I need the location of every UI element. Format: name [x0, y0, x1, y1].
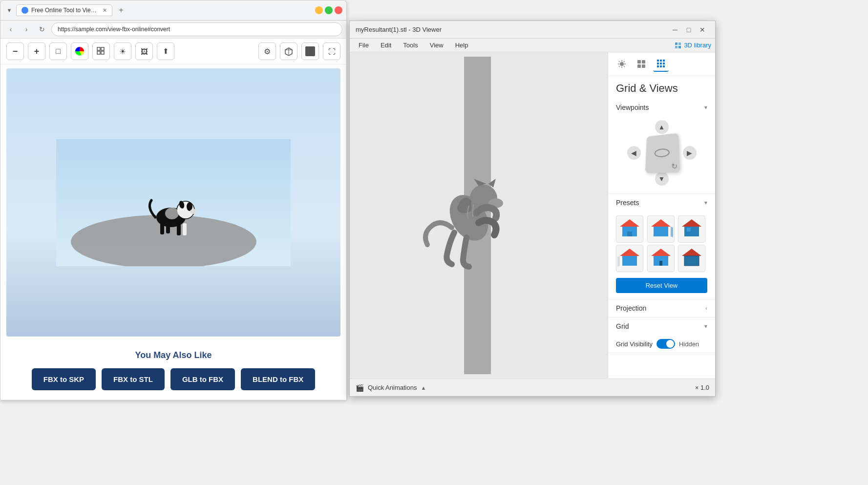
- viewer-body: Grid & Views Viewpoints ▾ ▲ ◀: [350, 52, 715, 379]
- svg-marker-66: [651, 249, 671, 256]
- grid-views-icon: [656, 59, 665, 68]
- menu-help[interactable]: Help: [450, 40, 473, 51]
- vp-down-btn[interactable]: ▼: [655, 172, 669, 186]
- upload-btn[interactable]: ⬆: [157, 42, 174, 60]
- viewer-menubar: File Edit Tools View Help 3D library: [350, 39, 715, 52]
- brightness-btn[interactable]: ☀: [114, 42, 131, 60]
- browser-controls: ‹ › ↻: [0, 21, 346, 39]
- svg-line-36: [619, 61, 620, 62]
- view-cube-icon: [284, 47, 293, 56]
- view-cube-btn[interactable]: [280, 42, 297, 60]
- svg-rect-40: [637, 60, 641, 63]
- grid-btn[interactable]: [92, 42, 110, 60]
- active-tab[interactable]: Free Online Tool to View 3D F8 ✕: [16, 4, 112, 16]
- grid-chevron: ▾: [704, 323, 707, 330]
- preset-item-6[interactable]: [678, 245, 705, 272]
- browser-maximize-btn[interactable]: [325, 6, 333, 14]
- zoom-in-btn[interactable]: +: [28, 42, 45, 60]
- preset-item-3[interactable]: [678, 215, 705, 243]
- address-bar[interactable]: [51, 22, 342, 36]
- svg-marker-59: [671, 227, 673, 237]
- viewer-minimize-btn[interactable]: ─: [668, 23, 682, 37]
- svg-rect-18: [166, 222, 170, 233]
- frame-btn[interactable]: □: [49, 42, 67, 60]
- presets-header[interactable]: Presets ▾: [608, 194, 715, 211]
- grid-header[interactable]: Grid ▾: [608, 317, 715, 335]
- panel-title: Grid & Views: [608, 76, 715, 99]
- viewer-maximize-btn[interactable]: □: [682, 23, 696, 37]
- viewer-title: myResultant(1).stl - 3D Viewer: [356, 26, 668, 33]
- vp-up-btn[interactable]: ▲: [655, 120, 669, 134]
- svg-rect-42: [637, 64, 641, 68]
- preset-item-4[interactable]: [616, 245, 643, 272]
- toggle-knob: [666, 340, 674, 348]
- fbx-to-skp-btn[interactable]: FBX to SKP: [32, 368, 96, 390]
- forward-btn[interactable]: ›: [20, 23, 33, 36]
- dog-scene-svg: [56, 139, 291, 266]
- view-box-btn[interactable]: [301, 42, 319, 60]
- svg-rect-46: [663, 60, 665, 62]
- animations-chevron[interactable]: ▲: [421, 385, 426, 391]
- svg-rect-23: [678, 46, 681, 48]
- right-panel: Grid & Views Viewpoints ▾ ▲ ◀: [608, 52, 715, 379]
- blend-to-fbx-btn[interactable]: BLEND to FBX: [241, 368, 315, 390]
- sun-icon: [617, 60, 626, 68]
- preset-item-2[interactable]: [647, 215, 675, 243]
- glb-to-fbx-btn[interactable]: GLB to FBX: [170, 368, 235, 390]
- fullscreen-btn[interactable]: ⛶: [323, 42, 340, 60]
- browser-content: − + □: [0, 39, 346, 400]
- reset-view-btn[interactable]: Reset View: [616, 278, 707, 293]
- panel-material-btn[interactable]: [634, 56, 649, 72]
- color-wheel-btn[interactable]: [71, 42, 88, 60]
- vp-right-btn[interactable]: ▶: [683, 146, 697, 160]
- view-cube[interactable]: ↻: [645, 133, 679, 173]
- svg-rect-1: [97, 47, 100, 50]
- vp-left-btn[interactable]: ◀: [627, 146, 641, 160]
- svg-point-31: [620, 62, 624, 66]
- fbx-to-stl-btn[interactable]: FBX to STL: [102, 368, 165, 390]
- refresh-btn[interactable]: ↻: [36, 23, 48, 36]
- image-btn[interactable]: 🖼: [135, 42, 153, 60]
- tab-dropdown-btn[interactable]: ▼: [4, 5, 14, 15]
- preset-house-1-icon: [617, 217, 642, 241]
- browser-close-btn[interactable]: [335, 6, 342, 14]
- browser-minimize-btn[interactable]: [315, 6, 323, 14]
- viewpoints-header[interactable]: Viewpoints ▾: [608, 99, 715, 116]
- preset-item-1[interactable]: [616, 215, 643, 243]
- svg-line-39: [619, 66, 620, 67]
- svg-marker-60: [682, 219, 701, 227]
- menu-file[interactable]: File: [354, 40, 374, 51]
- menu-3dlibrary[interactable]: 3D library: [674, 42, 711, 49]
- menu-view[interactable]: View: [425, 40, 448, 51]
- grid-visibility-toggle[interactable]: [656, 339, 675, 349]
- svg-rect-70: [684, 256, 699, 266]
- svg-point-14: [190, 209, 197, 214]
- browser-window: ▼ Free Online Tool to View 3D F8 ✕ + ‹ ›…: [0, 0, 347, 401]
- panel-sun-btn[interactable]: [614, 56, 630, 72]
- svg-rect-58: [654, 227, 668, 236]
- back-btn[interactable]: ‹: [4, 23, 17, 36]
- quick-animations-icon: 🎬: [356, 384, 364, 392]
- svg-marker-69: [682, 249, 701, 256]
- svg-marker-54: [620, 219, 639, 227]
- animation-speed: × 1.0: [695, 384, 709, 391]
- new-tab-btn[interactable]: +: [114, 3, 128, 17]
- preset-item-5[interactable]: [647, 245, 675, 272]
- svg-rect-51: [660, 65, 662, 67]
- zoom-out-btn[interactable]: −: [6, 42, 24, 60]
- settings-btn[interactable]: ⚙: [258, 42, 276, 60]
- viewer-close-btn[interactable]: ✕: [696, 23, 709, 37]
- svg-line-38: [624, 61, 625, 62]
- 3d-viewer-window: myResultant(1).stl - 3D Viewer ─ □ ✕ Fil…: [349, 21, 716, 397]
- projection-header[interactable]: Projection ‹: [608, 299, 715, 317]
- menu-tools[interactable]: Tools: [398, 40, 423, 51]
- panel-grid-btn[interactable]: [653, 56, 669, 72]
- 3dlibrary-icon: [674, 42, 682, 49]
- menu-edit[interactable]: Edit: [376, 40, 396, 51]
- viewer-bottom-bar: 🎬 Quick Animations ▲ × 1.0: [350, 379, 715, 396]
- svg-point-19: [165, 208, 179, 219]
- tab-close-btn[interactable]: ✕: [103, 7, 107, 14]
- grid-icon: [97, 47, 106, 56]
- browser-3d-canvas: [6, 68, 340, 337]
- svg-rect-62: [687, 228, 691, 232]
